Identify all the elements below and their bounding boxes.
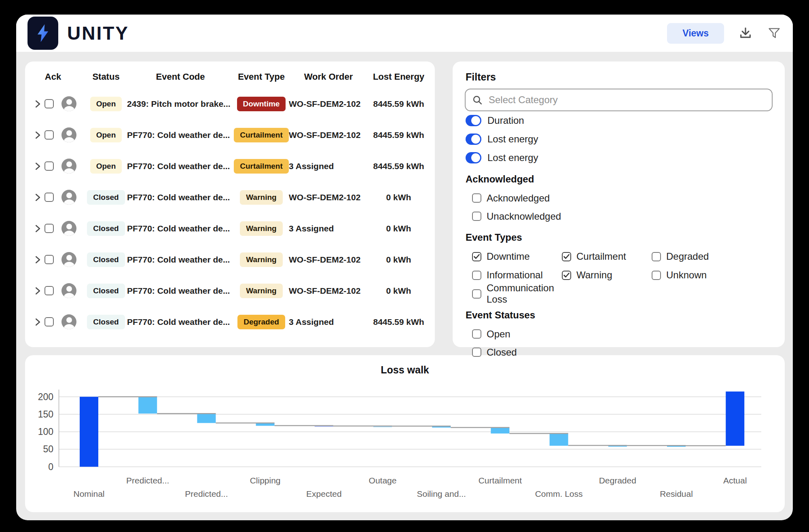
event-code-cell: PF770: Cold weather de... (127, 193, 234, 202)
download-button[interactable] (739, 26, 752, 40)
row-checkbox[interactable] (44, 224, 54, 233)
assignee-avatar (61, 314, 76, 329)
toggle-switch[interactable] (466, 115, 481, 126)
loss-walk-card: Loss walk 050100150200NominalPredicted..… (25, 355, 785, 512)
work-order-cell: WO-SF-DEM2-102 (289, 193, 360, 202)
work-order-cell: 3 Assigned (289, 161, 334, 171)
row-expand-chevron-icon[interactable] (34, 286, 41, 295)
row-expand-chevron-icon[interactable] (34, 100, 41, 108)
category-search[interactable] (465, 89, 773, 111)
toggle-label: Lost energy (487, 152, 538, 163)
table-row[interactable]: ClosedPF770: Cold weather de...Degraded3… (31, 306, 429, 337)
event-type-options: DowntimeCurtailmentDegradedInformational… (472, 247, 773, 303)
table-row[interactable]: OpenPF770: Cold weather de...Curtailment… (31, 150, 429, 182)
event-status-options: OpenClosed (465, 325, 773, 361)
filter-button[interactable] (767, 26, 781, 40)
acknowledged-section-title: Acknowledged (466, 174, 773, 185)
table-row[interactable]: OpenPF770: Cold weather de...Curtailment… (31, 119, 429, 150)
waterfall-bar-comm-loss (550, 434, 568, 446)
chart-title: Loss walk (33, 364, 777, 376)
checkbox[interactable] (652, 271, 661, 280)
toggle-switch[interactable] (466, 134, 481, 145)
checkbox[interactable] (472, 252, 481, 261)
lost-energy-cell: 8445.59 kWh (373, 161, 424, 171)
table-row[interactable]: ClosedPF770: Cold weather de...WarningWO… (31, 182, 429, 213)
checkbox-label: Unknown (666, 269, 707, 281)
table-row[interactable]: ClosedPF770: Cold weather de...WarningWO… (31, 275, 429, 306)
x-axis-label: Degraded (599, 476, 636, 485)
table-row[interactable]: ClosedPF770: Cold weather de...Warning3 … (31, 213, 429, 244)
checkbox[interactable] (562, 271, 571, 280)
toggle-switch[interactable] (466, 152, 481, 163)
x-axis-label: Clipping (250, 476, 281, 485)
event-status-option: Closed (472, 343, 773, 361)
brand-title: UNITY (67, 22, 129, 44)
status-badge: Open (90, 159, 122, 174)
row-checkbox[interactable] (44, 255, 54, 264)
row-checkbox[interactable] (44, 130, 54, 140)
checkbox[interactable] (472, 271, 481, 280)
views-button[interactable]: Views (667, 23, 724, 44)
col-header-event-type: Event Type (238, 72, 285, 82)
checkbox[interactable] (472, 289, 481, 299)
row-expand-chevron-icon[interactable] (34, 193, 41, 202)
table-row[interactable]: Open2439: Pitch motor brake...DowntimeWO… (31, 88, 429, 119)
toggle-row: Duration (466, 111, 773, 130)
event-types-section-title: Event Types (466, 232, 773, 243)
event-status-option: Open (472, 325, 773, 343)
x-axis-label: Soiling and... (417, 489, 466, 498)
checkbox-label: Acknowledged (487, 193, 550, 204)
row-expand-chevron-icon[interactable] (34, 255, 41, 264)
event-code-cell: PF770: Cold weather de... (127, 130, 234, 140)
work-order-cell: WO-SF-DEM2-102 (289, 286, 360, 296)
row-checkbox[interactable] (44, 161, 54, 171)
checkbox[interactable] (652, 252, 661, 261)
event-type-badge: Curtailment (234, 159, 289, 174)
row-expand-chevron-icon[interactable] (34, 224, 41, 233)
row-expand-chevron-icon[interactable] (34, 131, 41, 140)
checkbox-label: Unacknowledged (487, 211, 561, 222)
checkbox[interactable] (562, 252, 571, 261)
row-checkbox[interactable] (44, 317, 54, 326)
table-row[interactable]: ClosedPF770: Cold weather de...WarningWO… (31, 244, 429, 275)
unity-logo (28, 17, 58, 50)
lost-energy-cell: 8445.59 kWh (373, 317, 424, 327)
status-badge: Open (90, 128, 122, 142)
checkbox[interactable] (472, 329, 481, 339)
work-order-cell: 3 Assigned (289, 224, 334, 233)
lost-energy-cell: 0 kWh (386, 255, 411, 265)
event-code-cell: 2439: Pitch motor brake... (127, 99, 234, 109)
col-header-lost-energy: Lost Energy (373, 72, 424, 82)
checkbox[interactable] (472, 212, 481, 221)
row-checkbox[interactable] (44, 99, 54, 108)
table-body: Open2439: Pitch motor brake...DowntimeWO… (31, 88, 429, 337)
row-checkbox[interactable] (44, 286, 54, 295)
event-type-badge: Degraded (237, 315, 285, 329)
assignee-avatar (61, 127, 76, 142)
row-expand-chevron-icon[interactable] (34, 162, 41, 171)
row-expand-chevron-icon[interactable] (34, 318, 41, 326)
x-axis-label: Predicted... (126, 476, 169, 485)
assignee-avatar (61, 283, 76, 298)
row-checkbox[interactable] (44, 193, 54, 202)
loss-walk-waterfall-chart: 050100150200NominalPredicted...Predicted… (33, 379, 776, 508)
checkbox-label: Downtime (487, 251, 530, 262)
checkbox-label: Degraded (666, 251, 709, 262)
toggle-row: Lost energy (466, 148, 773, 167)
col-header-status: Status (92, 72, 119, 82)
x-axis-label: Curtailment (479, 476, 522, 485)
checkbox-label: Communication Loss (487, 282, 562, 305)
checkbox-label: Open (487, 329, 510, 340)
checkbox-label: Closed (487, 347, 517, 358)
event-type-badge: Warning (240, 284, 282, 298)
y-axis-tick-label: 100 (38, 426, 53, 437)
event-type-badge: Warning (240, 221, 282, 236)
app-window: UNITY Views Ack Status Event Code (16, 15, 793, 520)
work-order-cell: WO-SF-DEM2-102 (289, 255, 360, 265)
checkbox[interactable] (472, 193, 481, 203)
event-type-badge: Warning (240, 252, 282, 267)
x-axis-label: Nominal (73, 489, 104, 498)
assignee-avatar (61, 159, 76, 174)
checkbox[interactable] (472, 348, 481, 357)
category-search-input[interactable] (488, 94, 765, 106)
